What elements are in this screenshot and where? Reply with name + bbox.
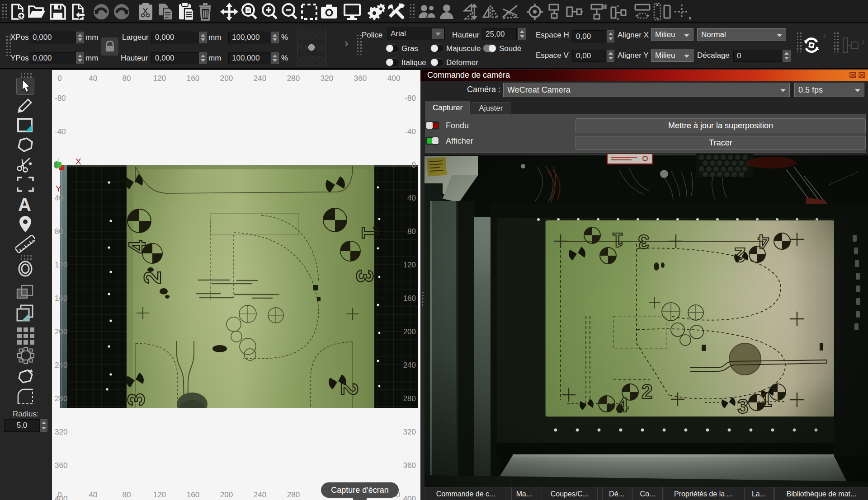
- svg-text:3: 3: [123, 393, 149, 406]
- svg-text:2: 2: [139, 271, 165, 284]
- svg-text:2: 2: [336, 383, 363, 396]
- svg-text:4: 4: [124, 240, 150, 253]
- svg-text:3: 3: [352, 270, 378, 283]
- svg-text:1: 1: [357, 226, 383, 239]
